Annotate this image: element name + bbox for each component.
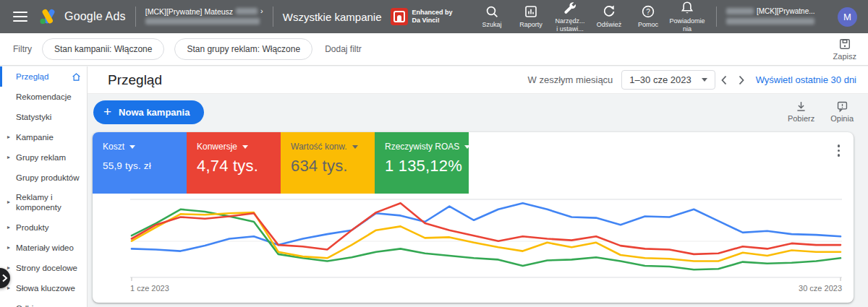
page-title: Przegląd (108, 72, 162, 88)
date-range-select[interactable]: 1–30 cze 2023 (621, 70, 715, 90)
account-name: [MCK][Prywatne... (757, 6, 815, 17)
sidebar-item-reklamy-i-komponenty[interactable]: ▸Reklamy i komponenty (0, 188, 87, 217)
redacted-text (236, 8, 258, 14)
home-icon (72, 72, 81, 82)
menu-icon[interactable] (13, 9, 27, 25)
x-axis-start-label: 1 cze 2023 (130, 284, 169, 293)
download-button[interactable]: Pobierz (788, 100, 814, 123)
help-button[interactable]: ? Pomoc (630, 4, 666, 28)
card-options-button[interactable] (835, 142, 843, 159)
series-line-Wartość konw. (132, 212, 841, 261)
wrench-icon (563, 1, 577, 15)
metric-value: 634 tys. (291, 157, 365, 176)
filter-chip-campaign-status[interactable]: Stan kampanii: Włączone (42, 38, 164, 60)
page-header: Przegląd W zeszłym miesiącu 1–30 cze 202… (88, 66, 868, 94)
chevron-down-icon (352, 145, 358, 149)
davinci-extension-badge: Enhanced by Da Vinci! (391, 8, 453, 25)
chevron-down-icon (242, 145, 248, 149)
performance-line-chart (130, 199, 842, 282)
search-icon (485, 4, 499, 19)
x-axis-end-label: 30 cze 2023 (799, 284, 842, 293)
notifications-button[interactable]: Powiadomie nia (669, 1, 705, 33)
series-line-Koszt (132, 203, 841, 251)
chart-canvas (130, 199, 842, 282)
next-period-button[interactable] (738, 75, 745, 85)
search-button[interactable]: Szukaj (474, 4, 510, 28)
breadcrumb-chevron-icon: › (260, 6, 263, 17)
sidebar-item-grupy-reklam[interactable]: ▸Grupy reklam (0, 147, 87, 168)
tools-settings-button[interactable]: Narzędz... i ustawi... (552, 1, 588, 33)
left-navigation: Przegląd Rekomendacje Statystyki ▸Kampan… (0, 66, 88, 307)
add-filter-button[interactable]: Dodaj filtr (325, 44, 362, 54)
divider (273, 7, 273, 27)
metric-card-konwersje[interactable]: Konwersje 4,74 tys. (187, 132, 281, 194)
chevron-down-icon (702, 78, 707, 82)
feedback-icon (836, 100, 848, 113)
refresh-button[interactable]: Odśwież (591, 4, 627, 28)
expand-arrow-icon[interactable]: ▸ (7, 134, 10, 141)
date-range-bar: W zeszłym miesiącu 1–30 cze 2023 Wyświet… (528, 70, 856, 90)
redacted-text (145, 18, 260, 25)
sidebar-item-statystyki[interactable]: Statystyki (0, 107, 87, 127)
reports-button[interactable]: Raporty (513, 4, 549, 28)
account-switcher[interactable]: [MCK][Prywatne... (726, 6, 827, 27)
sidebar-item-przeglad[interactable]: Przegląd (0, 66, 87, 87)
davinci-line1: Enhanced by (412, 9, 453, 17)
expand-arrow-icon[interactable]: ▸ (7, 154, 10, 161)
davinci-icon (391, 8, 408, 25)
expand-arrow-icon[interactable]: ▸ (7, 264, 10, 272)
feedback-button[interactable]: Opinia (830, 100, 854, 123)
series-line-Rzeczywisty ROAS (132, 209, 841, 270)
campaign-scope-label[interactable]: Wszystkie kampanie (283, 11, 382, 23)
metric-cards: Koszt 55,9 tys. zł Konwersje 4,74 tys. W… (93, 132, 854, 194)
metric-value: 1 135,12% (385, 157, 459, 176)
svg-text:?: ? (646, 8, 650, 16)
top-app-bar: Google Ads [MCK][Prywatne] Mateusz › Wsz… (0, 0, 868, 33)
breadcrumb[interactable]: [MCK][Prywatne] Mateusz › (145, 6, 263, 27)
sidebar-item-kampanie[interactable]: ▸Kampanie (0, 127, 87, 147)
x-axis-labels: 1 cze 2023 30 cze 2023 (130, 284, 842, 293)
redacted-text (726, 8, 754, 14)
metric-card-koszt[interactable]: Koszt 55,9 tys. zł (93, 132, 187, 194)
google-ads-logo-icon[interactable] (39, 8, 58, 25)
expand-arrow-icon[interactable]: ▸ (7, 224, 10, 231)
chevron-down-icon (464, 145, 470, 149)
filter-chip-adgroup-status[interactable]: Stan grupy reklam: Włączone (174, 38, 312, 60)
divider (716, 7, 717, 27)
expand-arrow-icon[interactable]: ▸ (7, 244, 10, 251)
sidebar-item-strony-docelowe[interactable]: ▸Strony docelowe (0, 258, 87, 278)
date-preset-label: W zeszłym miesiącu (528, 74, 613, 85)
plus-icon: + (103, 104, 111, 120)
divider (135, 7, 136, 27)
sidebar-item-clipped[interactable]: ▸Odbiorcy (0, 298, 87, 307)
download-icon (795, 100, 807, 113)
sidebar-item-produkty[interactable]: ▸Produkty (0, 217, 87, 238)
filters-label: Filtry (13, 44, 32, 54)
metric-value: 4,74 tys. (197, 157, 271, 176)
chevron-left-icon (720, 75, 728, 85)
save-button[interactable]: Zapisz (833, 38, 856, 61)
save-icon (838, 38, 851, 51)
brand-name: Google Ads (64, 10, 126, 23)
help-icon: ? (641, 4, 655, 19)
new-campaign-button[interactable]: + Nowa kampania (93, 100, 204, 124)
davinci-line2: Da Vinci! (412, 17, 453, 25)
metric-card-wartosc-konw[interactable]: Wartość konw. 634 tys. (281, 132, 375, 194)
overview-chart-card: Koszt 55,9 tys. zł Konwersje 4,74 tys. W… (93, 132, 854, 303)
sidebar-item-materialy-wideo[interactable]: ▸Materiały wideo (0, 238, 87, 258)
metric-card-roas[interactable]: Rzeczywisty ROAS 1 135,12% (375, 132, 469, 194)
refresh-icon (602, 4, 616, 19)
metric-value: 55,9 tys. zł (103, 160, 176, 171)
sidebar-item-rekomendacje[interactable]: Rekomendacje (0, 87, 87, 107)
sidebar-item-slowa-kluczowe[interactable]: ▸Słowa kluczowe (0, 278, 87, 298)
breadcrumb-account: [MCK][Prywatne] Mateusz (145, 7, 233, 17)
previous-period-button[interactable] (720, 75, 728, 85)
redacted-text (726, 18, 814, 25)
filter-bar: Filtry Stan kampanii: Włączone Stan grup… (0, 33, 868, 66)
expand-arrow-icon[interactable]: ▸ (7, 285, 10, 292)
sidebar-item-grupy-produktow[interactable]: Grupy produktów (0, 168, 87, 188)
expand-arrow-icon[interactable]: ▸ (7, 199, 10, 206)
show-last-30-days-link[interactable]: Wyświetl ostatnie 30 dni (756, 74, 856, 85)
reports-icon (524, 4, 538, 19)
avatar[interactable]: M (838, 7, 857, 27)
